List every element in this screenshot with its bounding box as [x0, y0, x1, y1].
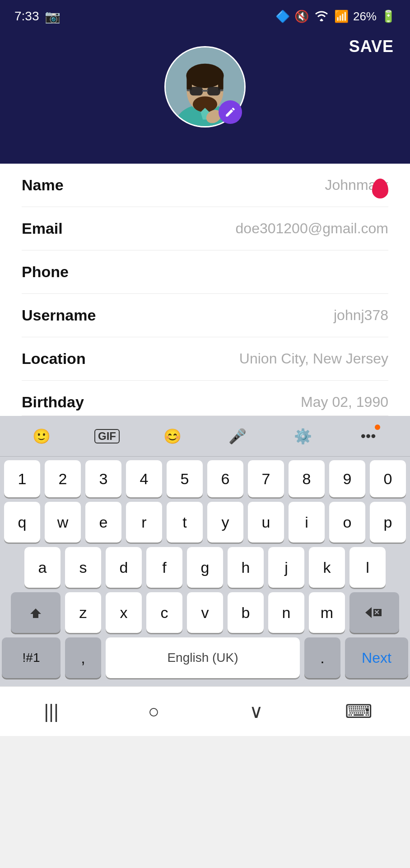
status-left: 7:33 📷: [14, 9, 61, 24]
key-s[interactable]: s: [65, 547, 101, 588]
key-f[interactable]: f: [146, 547, 182, 588]
key-m[interactable]: m: [309, 592, 345, 633]
key-w[interactable]: w: [45, 502, 81, 542]
color-picker-dot[interactable]: [372, 179, 388, 198]
key-a[interactable]: a: [24, 547, 61, 588]
key-q[interactable]: q: [4, 502, 40, 542]
bluetooth-icon: 🔷: [275, 9, 290, 24]
key-j[interactable]: j: [268, 547, 304, 588]
sticker-button[interactable]: 🙂: [25, 420, 58, 453]
mic-icon: 🎤: [228, 428, 247, 445]
key-6[interactable]: 6: [207, 460, 243, 497]
more-icon: •••: [361, 428, 376, 444]
key-r[interactable]: r: [126, 502, 162, 542]
gif-icon: GIF: [94, 429, 120, 443]
key-k[interactable]: k: [309, 547, 345, 588]
key-n[interactable]: n: [268, 592, 304, 633]
location-row[interactable]: Location Union City, New Jersey: [22, 337, 388, 381]
bottom-row: !#1 , English (UK) . Next: [2, 637, 408, 678]
back-icon: |||: [44, 701, 59, 722]
emoji-icon: 😊: [163, 428, 182, 445]
key-t[interactable]: t: [167, 502, 203, 542]
key-5[interactable]: 5: [167, 460, 203, 497]
phone-row[interactable]: Phone: [22, 250, 388, 294]
birthday-row[interactable]: Birthday May 02, 1990: [22, 381, 388, 416]
zxcv-row: z x c v b n m: [2, 592, 408, 633]
header: SAVE: [0, 33, 410, 164]
shift-key[interactable]: [11, 592, 61, 633]
gif-button[interactable]: GIF: [91, 420, 123, 453]
status-right: 🔷 🔇 📶 26% 🔋: [275, 9, 396, 24]
avatar-container: [164, 46, 246, 127]
key-u[interactable]: u: [248, 502, 284, 542]
key-1[interactable]: 1: [4, 460, 40, 497]
symbols-key[interactable]: !#1: [2, 637, 61, 678]
time: 7:33: [14, 9, 39, 24]
backspace-key[interactable]: [349, 592, 399, 633]
key-d[interactable]: d: [106, 547, 142, 588]
battery-level: 26%: [353, 9, 377, 24]
keyboard-hide-button[interactable]: ⌨: [332, 693, 386, 730]
period-key[interactable]: .: [304, 637, 340, 678]
svg-rect-8: [190, 87, 203, 95]
key-b[interactable]: b: [228, 592, 264, 633]
emoji-button[interactable]: 😊: [156, 420, 189, 453]
key-l[interactable]: l: [349, 547, 386, 588]
svg-rect-10: [202, 90, 208, 92]
username-value: johnj378: [334, 307, 388, 324]
key-c[interactable]: c: [146, 592, 182, 633]
key-2[interactable]: 2: [45, 460, 81, 497]
more-button[interactable]: •••: [352, 420, 385, 453]
key-v[interactable]: v: [187, 592, 223, 633]
mute-icon: 🔇: [294, 9, 309, 24]
key-o[interactable]: o: [329, 502, 365, 542]
key-p[interactable]: p: [370, 502, 406, 542]
qwerty-row: q w e r t y u i o p: [2, 502, 408, 542]
key-x[interactable]: x: [106, 592, 142, 633]
key-h[interactable]: h: [228, 547, 264, 588]
save-button[interactable]: SAVE: [349, 37, 394, 56]
recents-button[interactable]: ∨: [229, 693, 284, 730]
key-9[interactable]: 9: [329, 460, 365, 497]
svg-rect-11: [186, 90, 190, 91]
navigation-bar: ||| ○ ∨ ⌨: [0, 686, 410, 736]
svg-rect-9: [207, 87, 220, 95]
edit-avatar-button[interactable]: [219, 100, 242, 124]
location-value: Union City, New Jersey: [239, 350, 388, 367]
username-label: Username: [22, 307, 96, 324]
email-row[interactable]: Email doe301200@gmail.com: [22, 207, 388, 250]
phone-label: Phone: [22, 263, 69, 281]
home-icon: ○: [148, 701, 159, 722]
gear-icon: ⚙️: [294, 428, 312, 445]
number-row: 1 2 3 4 5 6 7 8 9 0: [2, 460, 408, 497]
space-key[interactable]: English (UK): [106, 637, 300, 678]
key-7[interactable]: 7: [248, 460, 284, 497]
key-y[interactable]: y: [207, 502, 243, 542]
key-e[interactable]: e: [85, 502, 121, 542]
comma-key[interactable]: ,: [65, 637, 101, 678]
email-value: doe301200@gmail.com: [236, 220, 388, 237]
key-3[interactable]: 3: [85, 460, 121, 497]
username-row[interactable]: Username johnj378: [22, 294, 388, 337]
mic-button[interactable]: 🎤: [221, 420, 254, 453]
name-row[interactable]: Name Johnmark: [22, 164, 388, 207]
settings-button[interactable]: ⚙️: [287, 420, 319, 453]
key-8[interactable]: 8: [289, 460, 325, 497]
location-label: Location: [22, 350, 86, 368]
keyboard-toolbar: 🙂 GIF 😊 🎤 ⚙️ •••: [0, 416, 410, 457]
next-key[interactable]: Next: [345, 637, 408, 678]
key-0[interactable]: 0: [370, 460, 406, 497]
home-button[interactable]: ○: [127, 693, 181, 730]
svg-rect-12: [220, 90, 224, 91]
key-4[interactable]: 4: [126, 460, 162, 497]
asdf-row: a s d f g h j k l: [2, 547, 408, 588]
key-g[interactable]: g: [187, 547, 223, 588]
back-button[interactable]: |||: [24, 693, 79, 730]
key-z[interactable]: z: [65, 592, 101, 633]
wifi-icon: [313, 9, 330, 24]
signal-icon: 📶: [334, 9, 349, 24]
birthday-label: Birthday: [22, 393, 84, 411]
key-i[interactable]: i: [289, 502, 325, 542]
name-label: Name: [22, 176, 64, 194]
keyboard: 1 2 3 4 5 6 7 8 9 0 q w e r t y u i o p …: [0, 457, 410, 686]
